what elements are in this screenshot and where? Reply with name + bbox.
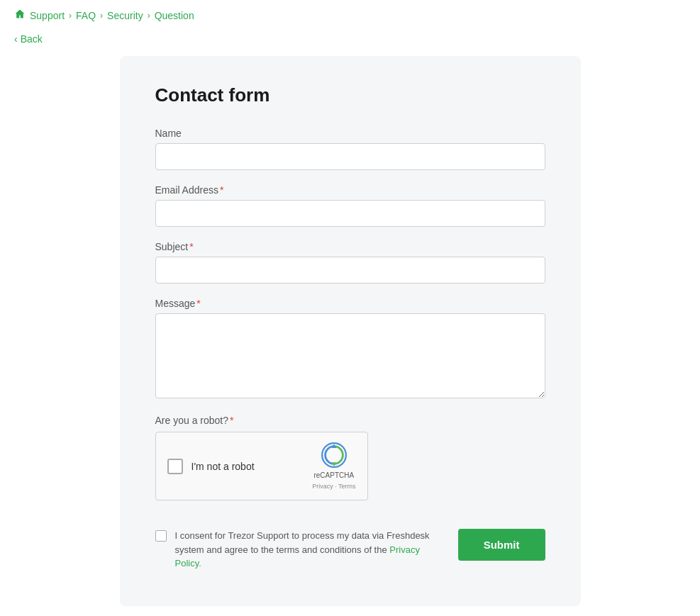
bottom-row: I consent for Trezor Support to process …	[155, 529, 545, 571]
message-required-star: *	[196, 298, 200, 309]
back-link[interactable]: ‹ Back	[0, 30, 57, 56]
recaptcha-terms-link[interactable]: Terms	[338, 483, 356, 490]
robot-required-star: *	[230, 415, 233, 426]
back-chevron-icon: ‹	[14, 33, 18, 45]
consent-row: I consent for Trezor Support to process …	[155, 529, 444, 571]
breadcrumb-support[interactable]: Support	[30, 10, 65, 21]
breadcrumb-sep-1: ›	[69, 11, 72, 21]
consent-text: I consent for Trezor Support to process …	[175, 529, 444, 571]
email-required-star: *	[220, 184, 223, 196]
breadcrumb: Support › FAQ › Security › Question	[0, 0, 700, 30]
breadcrumb-question[interactable]: Question	[155, 10, 194, 21]
subject-required-star: *	[189, 241, 193, 252]
home-icon	[14, 9, 26, 22]
name-field-group: Name	[155, 128, 545, 170]
message-textarea[interactable]	[155, 313, 545, 398]
contact-form-card: Contact form Name Email Address* Subject…	[120, 56, 581, 606]
recaptcha-widget[interactable]: I'm not a robot reCAPTCHA Privacy · Term…	[155, 432, 368, 500]
recaptcha-logo-icon	[321, 442, 347, 468]
subject-input[interactable]	[155, 257, 545, 284]
breadcrumb-sep-2: ›	[100, 11, 103, 21]
recaptcha-checkbox[interactable]	[167, 459, 183, 474]
message-field-group: Message*	[155, 298, 545, 401]
consent-checkbox[interactable]	[155, 530, 167, 542]
breadcrumb-faq[interactable]: FAQ	[76, 10, 96, 21]
recaptcha-left: I'm not a robot	[167, 459, 255, 474]
recaptcha-links: Privacy · Terms	[312, 483, 355, 490]
recaptcha-right: reCAPTCHA Privacy · Terms	[312, 442, 355, 490]
email-label: Email Address*	[155, 184, 545, 196]
subject-field-group: Subject*	[155, 241, 545, 284]
subject-label: Subject*	[155, 241, 545, 252]
breadcrumb-security[interactable]: Security	[107, 10, 143, 21]
recaptcha-text: I'm not a robot	[191, 461, 255, 472]
page-container: Contact form Name Email Address* Subject…	[0, 56, 700, 616]
email-field-group: Email Address*	[155, 184, 545, 227]
name-label: Name	[155, 128, 545, 139]
form-title: Contact form	[155, 84, 545, 106]
email-input[interactable]	[155, 200, 545, 227]
recaptcha-brand: reCAPTCHA	[313, 471, 354, 480]
breadcrumb-sep-3: ›	[148, 11, 150, 21]
robot-label: Are you a robot?*	[155, 415, 545, 426]
robot-field-group: Are you a robot?* I'm not a robot reCAPT…	[155, 415, 545, 515]
recaptcha-privacy-link[interactable]: Privacy	[312, 483, 333, 490]
name-input[interactable]	[155, 143, 545, 170]
submit-button[interactable]: Submit	[458, 529, 545, 561]
message-label: Message*	[155, 298, 545, 309]
